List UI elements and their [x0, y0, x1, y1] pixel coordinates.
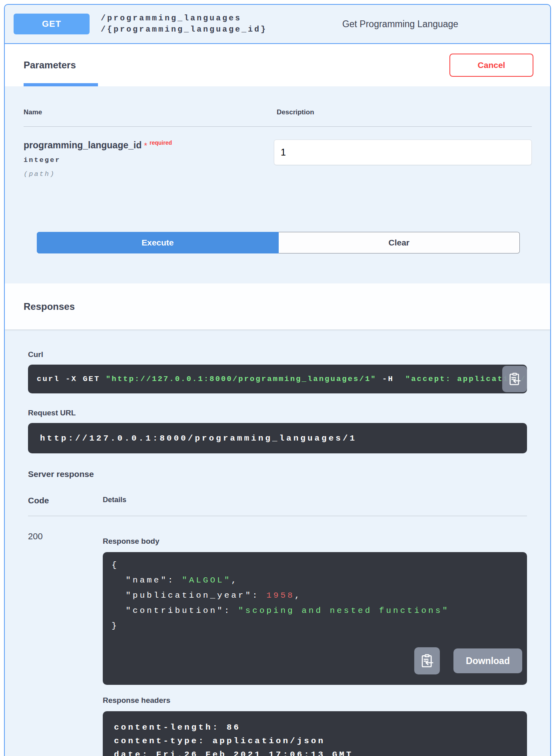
name-column-header: Name: [24, 108, 277, 116]
details-column-header: Details: [103, 496, 126, 505]
request-url-label: Request URL: [28, 409, 527, 417]
endpoint-path-line2: /{programming_language_id}: [101, 24, 267, 35]
server-response-row: 200 Response body { "name": "ALGOL", "pu…: [28, 531, 527, 756]
response-body-label: Response body: [103, 537, 527, 546]
response-header-line: content-length: 86: [114, 721, 516, 734]
execute-wrapper: Execute Clear: [37, 232, 520, 253]
json-line: "name": "ALGOL",: [112, 573, 518, 588]
description-column-header: Description: [277, 108, 314, 116]
curl-flag-text: -H: [377, 375, 405, 383]
response-header-line: content-type: application/json: [114, 734, 516, 748]
parameter-type: integer: [24, 156, 274, 164]
endpoint-path-line1: /programming_languages: [101, 13, 267, 24]
required-label: required: [150, 140, 172, 146]
parameter-name: programming_language_id: [24, 140, 142, 150]
execute-button[interactable]: Execute: [37, 232, 279, 253]
http-method-badge: GET: [14, 14, 90, 34]
download-button[interactable]: Download: [453, 648, 522, 673]
parameters-title: Parameters: [24, 60, 76, 71]
response-header-line: date: Fri,26 Feb 2021 17:06:13 GMT: [114, 748, 516, 756]
server-response-title: Server response: [28, 469, 527, 479]
parameter-location: (path): [24, 170, 274, 178]
copy-to-clipboard-icon: [419, 653, 435, 669]
json-line: }: [112, 618, 518, 634]
copy-to-clipboard-icon: [507, 371, 522, 387]
endpoint-summary-text: Get Programming Language: [267, 19, 541, 30]
responses-title: Responses: [24, 301, 75, 312]
tab-parameters[interactable]: Parameters: [24, 44, 98, 86]
operation-block-get: GET /programming_languages /{programming…: [4, 4, 551, 756]
response-body-block: { "name": "ALGOL", "publication_year": 1…: [103, 552, 527, 685]
parameter-description-cell: [274, 140, 532, 178]
responses-header-band: Responses: [5, 283, 550, 329]
response-details-cell: Response body { "name": "ALGOL", "public…: [103, 531, 527, 756]
responses-body: Curl curl -X GET "http://127.0.0.1:8000/…: [5, 329, 550, 756]
parameters-table: Name Description programming_language_id…: [5, 86, 550, 283]
server-response-table-header: Code Details: [28, 496, 527, 516]
parameter-name-cell: programming_language_id*required integer…: [24, 140, 274, 178]
status-code: 200: [28, 531, 103, 756]
clear-button[interactable]: Clear: [279, 232, 520, 253]
curl-text: curl -X GET: [37, 375, 106, 383]
copy-curl-button[interactable]: [502, 366, 527, 392]
request-url-value: http://127.0.0.1:8000/programming_langua…: [40, 434, 357, 443]
parameter-value-input[interactable]: [274, 140, 532, 165]
curl-command-block: curl -X GET "http://127.0.0.1:8000/progr…: [28, 365, 527, 393]
parameter-name-line: programming_language_id*required: [24, 140, 274, 151]
json-line: "contribution": "scoping and nested func…: [112, 603, 518, 618]
response-headers-block: content-length: 86content-type: applicat…: [103, 711, 527, 756]
curl-label: Curl: [28, 350, 527, 359]
parameters-header-band: Parameters Cancel: [5, 44, 550, 86]
curl-url-text: "http://127.0.0.1:8000/programming_langu…: [106, 375, 377, 383]
json-line: "publication_year": 1958,: [112, 588, 518, 603]
parameters-table-header: Name Description: [24, 108, 532, 127]
response-body-actions: Download: [414, 647, 522, 674]
parameter-row: programming_language_id*required integer…: [24, 127, 532, 178]
cancel-button[interactable]: Cancel: [449, 54, 533, 77]
response-headers-label: Response headers: [103, 696, 527, 705]
json-line: {: [112, 558, 518, 573]
required-asterisk: *: [144, 141, 147, 150]
operation-summary[interactable]: GET /programming_languages /{programming…: [5, 5, 550, 44]
endpoint-path: /programming_languages /{programming_lan…: [101, 13, 267, 35]
code-column-header: Code: [28, 496, 103, 505]
copy-response-body-button[interactable]: [414, 647, 440, 674]
request-url-block: http://127.0.0.1:8000/programming_langua…: [28, 423, 527, 453]
